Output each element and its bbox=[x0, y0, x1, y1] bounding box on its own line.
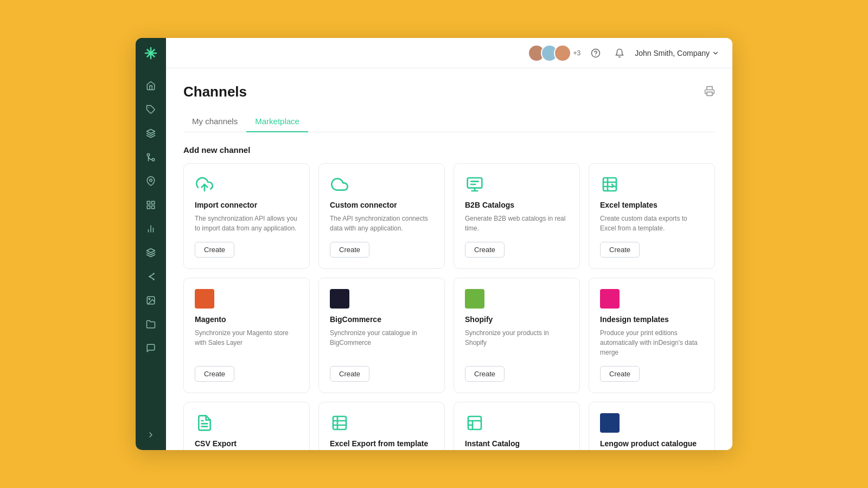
card-excel-templates-desc: Create custom data exports to Excel from… bbox=[600, 214, 704, 233]
bigcommerce-icon bbox=[330, 289, 349, 309]
svg-rect-32 bbox=[333, 416, 346, 429]
print-button[interactable] bbox=[704, 84, 715, 100]
card-import-connector-desc: The synchronization API allows you to im… bbox=[195, 214, 298, 233]
excel2-icon bbox=[330, 413, 349, 433]
svg-line-16 bbox=[150, 277, 154, 279]
sidebar-collapse-button[interactable] bbox=[136, 424, 166, 446]
card-magento-create-button[interactable]: Create bbox=[195, 366, 234, 382]
card-import-connector-title: Import connector bbox=[195, 201, 298, 209]
card-b2b-catalogs-create-button[interactable]: Create bbox=[465, 242, 505, 258]
card-magento-title: Magento bbox=[195, 315, 298, 324]
sidebar-item-folder[interactable] bbox=[140, 313, 162, 335]
notifications-button[interactable] bbox=[611, 44, 628, 62]
shopify-icon bbox=[465, 289, 484, 309]
card-excel-templates-title: Excel templates bbox=[600, 201, 704, 209]
svg-rect-36 bbox=[468, 416, 481, 429]
svg-rect-8 bbox=[147, 206, 150, 209]
card-bigcommerce-title: BigCommerce bbox=[330, 315, 433, 324]
tab-my-channels[interactable]: My channels bbox=[183, 111, 246, 132]
card-bigcommerce-create-button[interactable]: Create bbox=[330, 366, 369, 382]
sidebar-item-chart[interactable] bbox=[140, 218, 162, 240]
card-custom-connector-title: Custom connector bbox=[330, 201, 433, 209]
cards-grid-row1: Import connector The synchronization API… bbox=[183, 163, 715, 269]
svg-rect-26 bbox=[603, 178, 616, 191]
user-name-label: John Smith, Company bbox=[635, 49, 710, 57]
card-indesign-templates[interactable]: Indesign templates Produce your print ed… bbox=[589, 278, 715, 393]
card-excel-export-template[interactable]: Excel Export from template Create custom… bbox=[318, 402, 445, 450]
card-indesign-desc: Produce your print editions automaticall… bbox=[600, 328, 704, 357]
cards-grid-row3: CSV Export Create custom data exports, t… bbox=[183, 402, 715, 450]
sidebar-item-home[interactable] bbox=[140, 75, 162, 97]
user-menu[interactable]: John Smith, Company bbox=[635, 49, 719, 57]
card-custom-connector[interactable]: Custom connector The API synchronization… bbox=[318, 163, 445, 269]
card-custom-connector-create-button[interactable]: Create bbox=[330, 242, 369, 258]
main-area: +3 John Smith, Company Channels bbox=[166, 38, 732, 450]
sidebar-item-image[interactable] bbox=[140, 290, 162, 311]
card-shopify-title: Shopify bbox=[465, 315, 569, 324]
channels-title: Channels bbox=[183, 84, 247, 100]
svg-rect-21 bbox=[707, 92, 712, 96]
tab-marketplace[interactable]: Marketplace bbox=[246, 111, 308, 132]
svg-marker-1 bbox=[147, 130, 155, 134]
sidebar-item-stack[interactable] bbox=[140, 242, 162, 264]
lengow-icon bbox=[600, 413, 620, 433]
card-excel-templates-create-button[interactable]: Create bbox=[600, 242, 640, 258]
cloud-icon bbox=[330, 175, 349, 194]
instant-catalog-icon bbox=[465, 413, 484, 433]
card-bigcommerce[interactable]: BigCommerce Synchronize your catalogue i… bbox=[318, 278, 445, 393]
csv-icon bbox=[195, 413, 214, 433]
section-add-channel-title: Add new channel bbox=[183, 145, 715, 155]
sidebar-nav bbox=[140, 75, 162, 424]
card-shopify[interactable]: Shopify Synchronize your products in Sho… bbox=[454, 278, 580, 393]
sidebar-item-tag[interactable] bbox=[140, 99, 162, 120]
sidebar-item-location[interactable] bbox=[140, 170, 162, 192]
excel-icon bbox=[600, 175, 620, 194]
card-b2b-catalogs-desc: Generate B2B web catalogs in real time. bbox=[465, 214, 569, 233]
card-b2b-catalogs-title: B2B Catalogs bbox=[465, 201, 569, 209]
card-bigcommerce-desc: Synchronize your catalogue in BigCommerc… bbox=[330, 328, 433, 357]
svg-point-18 bbox=[149, 298, 150, 299]
svg-rect-23 bbox=[468, 178, 482, 188]
top-header: +3 John Smith, Company bbox=[166, 38, 732, 68]
svg-rect-7 bbox=[152, 206, 155, 209]
card-magento-desc: Synchronize your Magento store with Sale… bbox=[195, 328, 298, 357]
card-lengow[interactable]: Lengow product catalogue Connect your pr… bbox=[589, 402, 715, 450]
card-instant-catalog-title: Instant Catalog bbox=[465, 439, 569, 448]
card-lengow-title: Lengow product catalogue bbox=[600, 439, 704, 448]
magento-icon bbox=[195, 289, 214, 309]
page-content: Channels My channels Marketplace Add new… bbox=[166, 68, 732, 450]
app-window: +3 John Smith, Company Channels bbox=[136, 38, 732, 450]
svg-line-15 bbox=[150, 274, 154, 277]
avatar bbox=[554, 44, 571, 62]
card-csv-export-title: CSV Export bbox=[195, 439, 298, 448]
card-excel-templates[interactable]: Excel templates Create custom data expor… bbox=[589, 163, 715, 269]
sidebar-item-connect[interactable] bbox=[140, 266, 162, 287]
indesign-icon bbox=[600, 289, 620, 309]
card-magento[interactable]: Magento Synchronize your Magento store w… bbox=[183, 278, 310, 393]
card-shopify-desc: Synchronize your products in Shopify bbox=[465, 328, 569, 357]
card-b2b-catalogs[interactable]: B2B Catalogs Generate B2B web catalogs i… bbox=[454, 163, 580, 269]
card-import-connector[interactable]: Import connector The synchronization API… bbox=[183, 163, 310, 269]
help-button[interactable] bbox=[587, 44, 604, 62]
tabs-bar: My channels Marketplace bbox=[183, 111, 715, 132]
sidebar-item-grid[interactable] bbox=[140, 194, 162, 216]
card-indesign-title: Indesign templates bbox=[600, 315, 704, 324]
page-title: Channels bbox=[183, 84, 715, 100]
svg-rect-5 bbox=[147, 201, 150, 204]
card-shopify-create-button[interactable]: Create bbox=[465, 366, 505, 382]
svg-point-4 bbox=[150, 179, 152, 182]
card-custom-connector-desc: The API synchronization connects data wi… bbox=[330, 214, 433, 233]
card-indesign-create-button[interactable]: Create bbox=[600, 366, 640, 382]
card-csv-export[interactable]: CSV Export Create custom data exports, t… bbox=[183, 402, 310, 450]
sidebar-item-layers[interactable] bbox=[140, 123, 162, 144]
sidebar-item-chat[interactable] bbox=[140, 337, 162, 359]
avatar-group: +3 bbox=[528, 44, 581, 62]
sidebar-item-branch[interactable] bbox=[140, 146, 162, 168]
cards-grid-row2: Magento Synchronize your Magento store w… bbox=[183, 278, 715, 393]
card-instant-catalog[interactable]: Instant Catalog Generate and share digit… bbox=[454, 402, 580, 450]
card-import-connector-create-button[interactable]: Create bbox=[195, 242, 234, 258]
avatar-extra-count: +3 bbox=[573, 49, 581, 57]
app-logo[interactable] bbox=[136, 38, 166, 68]
cloud-upload-icon bbox=[195, 175, 214, 194]
svg-rect-6 bbox=[152, 201, 155, 204]
